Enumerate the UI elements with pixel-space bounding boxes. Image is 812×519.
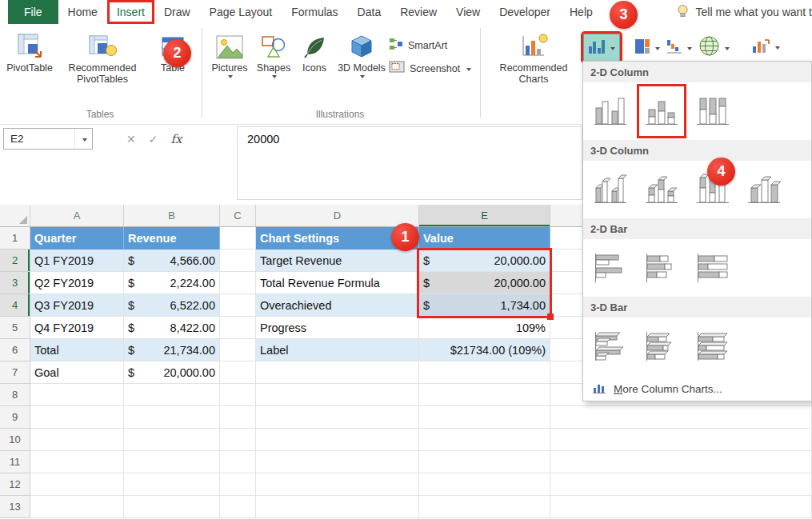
column-header-C[interactable]: C [220, 205, 256, 227]
insert-hierarchy-chart-button[interactable] [630, 35, 664, 61]
cell-D4[interactable]: Overachieved [256, 294, 419, 317]
chart-option-bar3d-stacked[interactable] [639, 321, 684, 371]
chart-option-col-stacked[interactable] [639, 86, 684, 136]
cell-A8[interactable] [30, 384, 124, 406]
cell-A11[interactable] [30, 451, 124, 473]
chart-option-bar-stacked[interactable] [639, 243, 684, 293]
cell-D1[interactable]: Chart Settings [256, 227, 419, 250]
cell-E12[interactable] [419, 473, 550, 496]
cell-B7[interactable]: $20,000.00 [124, 361, 220, 384]
3d-models-button[interactable]: 3D Models [336, 26, 387, 78]
cell-C2[interactable] [220, 250, 256, 272]
row-header-10[interactable]: 10 [0, 429, 30, 451]
tab-review[interactable]: Review [390, 0, 446, 24]
chart-option-bar-clustered[interactable] [588, 243, 633, 293]
cell-B13[interactable] [124, 496, 220, 518]
cell-A1[interactable]: Quarter [30, 227, 124, 250]
maps-button[interactable] [694, 32, 734, 63]
cell-A4[interactable]: Q3 FY2019 [30, 294, 124, 317]
cell-D3[interactable]: Total Revenue Formula [256, 272, 419, 294]
tell-me-box[interactable]: Tell me what you want t [672, 0, 812, 24]
insert-waterfall-chart-button[interactable] [662, 35, 696, 61]
cell-A9[interactable] [30, 406, 124, 429]
column-header-B[interactable]: B [124, 205, 220, 227]
cell-D8[interactable] [256, 384, 419, 406]
cell-C5[interactable] [220, 317, 256, 339]
cell-E6[interactable]: $21734.00 (109%) [419, 339, 550, 361]
tab-view[interactable]: View [446, 0, 490, 24]
cell-B8[interactable] [124, 384, 220, 406]
cell-A13[interactable] [30, 496, 124, 518]
screenshot-button[interactable]: Screenshot [389, 61, 471, 76]
cell-B6[interactable]: $21,734.00 [124, 339, 220, 361]
cell-E9[interactable] [419, 406, 550, 429]
chart-option-col3d-clustered[interactable] [588, 165, 633, 214]
chart-option-col3d-stacked[interactable] [639, 165, 684, 214]
cell-B2[interactable]: $4,566.00 [124, 250, 220, 272]
cell-F12[interactable] [550, 473, 812, 496]
cell-E4[interactable]: $1,734.00 [419, 294, 550, 317]
row-header-5[interactable]: 5 [0, 317, 30, 339]
name-box[interactable]: E2 [3, 128, 93, 150]
cell-D11[interactable] [256, 451, 419, 473]
tab-data[interactable]: Data [348, 0, 391, 24]
cell-E11[interactable] [419, 451, 550, 473]
cell-B1[interactable]: Revenue [124, 227, 220, 250]
formula-input[interactable]: 20000 [237, 126, 582, 200]
cell-C11[interactable] [220, 451, 256, 473]
cell-E10[interactable] [419, 429, 550, 451]
enter-button[interactable]: ✓ [149, 133, 158, 146]
cell-E13[interactable] [419, 496, 550, 518]
recommended-charts-button[interactable]: Recommended Charts [485, 26, 582, 85]
tab-insert[interactable]: Insert [107, 0, 154, 24]
row-header-6[interactable]: 6 [0, 339, 30, 361]
cell-F9[interactable] [550, 406, 812, 429]
cell-F13[interactable] [550, 496, 812, 518]
row-header-3[interactable]: 3 [0, 272, 30, 294]
cell-D12[interactable] [256, 473, 419, 496]
cell-B3[interactable]: $2,224.00 [124, 272, 220, 294]
column-header-D[interactable]: D [256, 205, 419, 227]
cell-D13[interactable] [256, 496, 419, 518]
cell-A2[interactable]: Q1 FY2019 [30, 250, 124, 272]
column-header-A[interactable]: A [30, 205, 124, 227]
cell-B10[interactable] [124, 429, 220, 451]
cell-A7[interactable]: Goal [30, 361, 124, 384]
cell-A3[interactable]: Q2 FY2019 [30, 272, 124, 294]
row-header-11[interactable]: 11 [0, 451, 30, 473]
row-header-12[interactable]: 12 [0, 473, 30, 496]
cell-F11[interactable] [550, 451, 812, 473]
cell-C10[interactable] [220, 429, 256, 451]
cell-D5[interactable]: Progress [256, 317, 419, 339]
icons-button[interactable]: Icons [296, 26, 333, 74]
cell-C1[interactable] [220, 227, 256, 250]
cell-E5[interactable]: 109% [419, 317, 550, 339]
cell-D6[interactable]: Label [256, 339, 419, 361]
cell-A10[interactable] [30, 429, 124, 451]
cell-C8[interactable] [220, 384, 256, 406]
cell-E3[interactable]: $20,000.00 [419, 272, 550, 294]
chart-option-bar3d-clustered[interactable] [588, 321, 633, 371]
cell-B4[interactable]: $6,522.00 [124, 294, 220, 317]
cell-C7[interactable] [220, 361, 256, 384]
cell-A12[interactable] [30, 473, 124, 496]
pivotchart-button[interactable] [747, 34, 784, 61]
table-button[interactable]: Table [150, 26, 195, 74]
cell-E7[interactable] [419, 361, 550, 384]
cell-C6[interactable] [220, 339, 256, 361]
cell-D10[interactable] [256, 429, 419, 451]
row-header-7[interactable]: 7 [0, 361, 30, 384]
tab-draw[interactable]: Draw [154, 0, 200, 24]
select-all-corner[interactable] [0, 205, 30, 227]
cell-E2[interactable]: $20,000.00 [419, 250, 550, 272]
cancel-button[interactable]: ✕ [126, 133, 136, 146]
tab-page-layout[interactable]: Page Layout [200, 0, 282, 24]
chart-option-col3d[interactable] [742, 165, 786, 214]
tab-developer[interactable]: Developer [490, 0, 560, 24]
chart-option-col-clustered[interactable] [588, 86, 633, 136]
smartart-button[interactable]: SmartArt [389, 37, 447, 54]
column-header-E[interactable]: E [419, 205, 550, 227]
cell-B9[interactable] [124, 406, 220, 429]
tab-help[interactable]: Help [560, 0, 602, 24]
chart-option-col-100[interactable] [690, 86, 735, 136]
